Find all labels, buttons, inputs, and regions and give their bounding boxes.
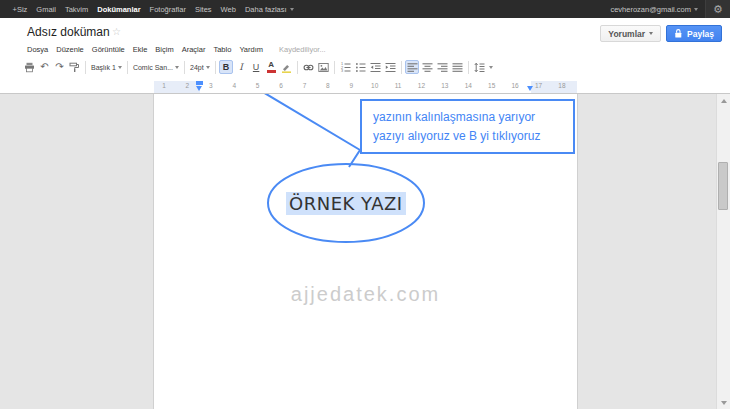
outdent-button[interactable] bbox=[368, 60, 382, 74]
gbar-item-gmail[interactable]: Gmail bbox=[32, 5, 61, 14]
annotation-callout: yazının kalınlaşmasına yarıyor yazıyı al… bbox=[360, 99, 575, 154]
google-bar-nav: +Siz Gmail Takvim Dokümanlar Fotoğraflar… bbox=[0, 0, 298, 18]
ruler-number: 17 bbox=[533, 80, 545, 92]
scroll-up-button[interactable] bbox=[717, 94, 730, 107]
menu-item-yardim[interactable]: Yardım bbox=[235, 45, 267, 54]
left-indent-marker[interactable] bbox=[196, 86, 202, 91]
arrow-up-icon bbox=[721, 99, 727, 103]
justify-button[interactable] bbox=[450, 60, 464, 74]
align-left-icon bbox=[407, 62, 418, 73]
scrollbar[interactable] bbox=[716, 94, 730, 409]
numbered-list-button[interactable]: 123 bbox=[338, 60, 352, 74]
share-button[interactable]: Paylaş bbox=[666, 25, 722, 42]
account-menu[interactable]: cevherozan@gmail.com bbox=[603, 0, 705, 18]
underline-button[interactable]: U bbox=[249, 60, 263, 74]
scrollbar-thumb[interactable] bbox=[718, 162, 728, 210]
menubar: Dosya Düzenle Görüntüle Ekle Biçim Araçl… bbox=[23, 43, 326, 55]
menu-item-bicim[interactable]: Biçim bbox=[151, 45, 177, 54]
callout-line-1: yazının kalınlaşmasına yarıyor bbox=[373, 108, 567, 127]
justify-icon bbox=[452, 62, 463, 73]
gbar-item-documents[interactable]: Dokümanlar bbox=[93, 5, 145, 14]
ruler-number: 12 bbox=[415, 80, 427, 92]
right-indent-marker[interactable] bbox=[527, 86, 533, 91]
redo-button[interactable]: ↷ bbox=[53, 60, 67, 74]
toolbar-separator bbox=[468, 61, 469, 74]
bullet-list-button[interactable] bbox=[353, 60, 367, 74]
document-title[interactable]: Adsız doküman bbox=[27, 25, 110, 39]
style-value: Başlık 1 bbox=[91, 64, 116, 71]
ruler-numbers: 1 2 3 4 5 6 7 8 9 10 11 12 13 14 15 16 1… bbox=[158, 80, 568, 92]
undo-button[interactable]: ↶ bbox=[38, 60, 52, 74]
italic-button[interactable]: I bbox=[234, 60, 248, 74]
gbar-item-web[interactable]: Web bbox=[216, 5, 240, 14]
menu-item-dosya[interactable]: Dosya bbox=[23, 45, 52, 54]
ruler-number: 9 bbox=[345, 80, 357, 92]
toolbar-separator bbox=[297, 61, 298, 74]
align-center-button[interactable] bbox=[420, 60, 434, 74]
scroll-down-button[interactable] bbox=[717, 396, 730, 409]
insert-link-button[interactable] bbox=[301, 60, 315, 74]
insert-image-button[interactable] bbox=[316, 60, 330, 74]
font-value: Comic San... bbox=[133, 64, 173, 71]
gbar-item-plus-you[interactable]: +Siz bbox=[8, 5, 32, 14]
ruler-number: 13 bbox=[439, 80, 451, 92]
header-buttons: Yorumlar Paylaş bbox=[600, 25, 722, 42]
comments-button[interactable]: Yorumlar bbox=[600, 25, 661, 42]
align-right-button[interactable] bbox=[435, 60, 449, 74]
caret-down-icon bbox=[290, 8, 294, 11]
indent-button[interactable] bbox=[383, 60, 397, 74]
gear-icon: ⚙ bbox=[713, 4, 723, 15]
link-icon bbox=[303, 62, 314, 73]
gbar-item-photos[interactable]: Fotoğraflar bbox=[145, 5, 190, 14]
svg-text:3: 3 bbox=[341, 69, 343, 73]
text-color-button[interactable]: A bbox=[264, 60, 278, 74]
bullet-list-icon bbox=[355, 62, 366, 73]
lock-icon bbox=[674, 28, 683, 39]
style-dropdown[interactable]: Başlık 1 bbox=[89, 60, 124, 74]
menu-item-ekle[interactable]: Ekle bbox=[129, 45, 152, 54]
gbar-item-more[interactable]: Daha fazlası bbox=[240, 5, 298, 14]
ruler-number: 16 bbox=[509, 80, 521, 92]
menu-item-goruntule[interactable]: Görüntüle bbox=[88, 45, 129, 54]
bold-button[interactable]: B bbox=[219, 60, 233, 74]
ruler[interactable]: 1 2 3 4 5 6 7 8 9 10 11 12 13 14 15 16 1… bbox=[0, 78, 730, 94]
font-dropdown[interactable]: Comic San... bbox=[131, 60, 181, 74]
paint-format-button[interactable] bbox=[68, 60, 82, 74]
account-email: cevherozan@gmail.com bbox=[610, 5, 691, 14]
selected-sample-text[interactable]: ÖRNEK YAZI bbox=[286, 192, 406, 215]
first-line-indent-marker[interactable] bbox=[196, 81, 203, 85]
menu-item-duzenle[interactable]: Düzenle bbox=[52, 45, 88, 54]
print-button[interactable] bbox=[23, 60, 37, 74]
font-size-dropdown[interactable]: 24pt bbox=[188, 60, 212, 74]
redo-icon: ↷ bbox=[55, 62, 63, 72]
indent-icon bbox=[385, 62, 396, 73]
menu-item-tablo[interactable]: Tablo bbox=[209, 45, 235, 54]
gbar-item-calendar[interactable]: Takvim bbox=[60, 5, 92, 14]
gbar-more-label: Daha fazlası bbox=[245, 5, 287, 14]
toolbar-separator bbox=[401, 61, 402, 74]
watermark: ajjedatek.com bbox=[153, 283, 578, 306]
ruler-number: 6 bbox=[275, 80, 287, 92]
ruler-number: 8 bbox=[322, 80, 334, 92]
settings-button[interactable]: ⚙ bbox=[706, 0, 730, 18]
caret-down-icon bbox=[489, 66, 493, 69]
star-icon[interactable]: ☆ bbox=[112, 26, 121, 37]
align-right-icon bbox=[437, 62, 448, 73]
align-left-button[interactable] bbox=[405, 60, 419, 74]
highlight-color-button[interactable] bbox=[279, 60, 293, 74]
ruler-number: 1 bbox=[158, 80, 170, 92]
toolbar-separator bbox=[334, 61, 335, 74]
align-center-icon bbox=[422, 62, 433, 73]
line-spacing-button[interactable] bbox=[472, 60, 486, 74]
toolbar-separator bbox=[127, 61, 128, 74]
toolbar-separator bbox=[85, 61, 86, 74]
ruler-number: 3 bbox=[205, 80, 217, 92]
menu-item-araclar[interactable]: Araçlar bbox=[178, 45, 210, 54]
undo-icon: ↶ bbox=[40, 62, 48, 72]
toolbar-separator bbox=[215, 61, 216, 74]
ruler-number: 4 bbox=[228, 80, 240, 92]
outdent-icon bbox=[370, 62, 381, 73]
gbar-item-sites[interactable]: Sites bbox=[190, 5, 216, 14]
caret-down-icon bbox=[175, 66, 179, 69]
image-icon bbox=[318, 62, 329, 73]
